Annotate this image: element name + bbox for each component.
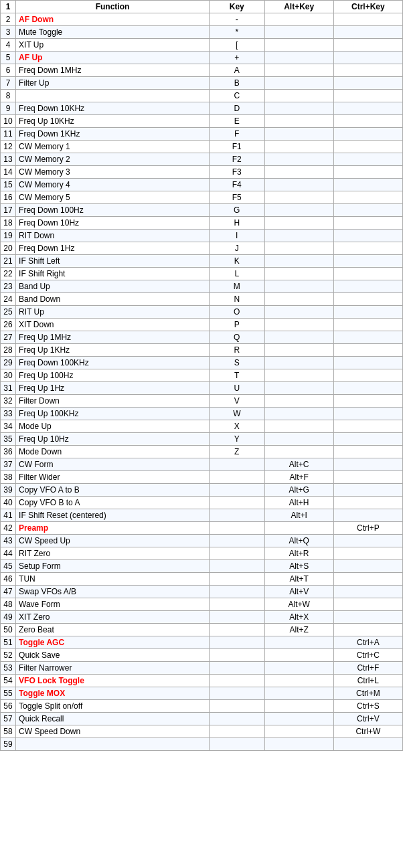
row-ctrl bbox=[333, 204, 402, 217]
row-function: Band Up bbox=[16, 280, 210, 293]
row-function: RIT Up bbox=[16, 306, 210, 319]
row-function: Mode Down bbox=[16, 446, 210, 458]
row-key: Z bbox=[210, 446, 265, 458]
row-alt bbox=[264, 217, 333, 230]
row-alt bbox=[264, 700, 333, 713]
row-num: 39 bbox=[1, 484, 16, 497]
row-function: Freq Up 1MHz bbox=[16, 331, 210, 344]
row-alt bbox=[264, 26, 333, 39]
row-function: CW Memory 4 bbox=[16, 179, 210, 191]
row-key bbox=[210, 598, 265, 611]
row-num: 10 bbox=[1, 115, 16, 128]
row-key bbox=[210, 662, 265, 675]
row-function: Freq Down 1MHz bbox=[16, 64, 210, 77]
row-alt bbox=[264, 179, 333, 191]
row-num: 15 bbox=[1, 179, 16, 191]
row-function: CW Memory 3 bbox=[16, 166, 210, 179]
row-ctrl bbox=[333, 191, 402, 204]
row-ctrl bbox=[333, 382, 402, 395]
row-alt: Alt+Q bbox=[264, 535, 333, 547]
row-ctrl bbox=[333, 179, 402, 191]
row-alt bbox=[264, 128, 333, 141]
row-ctrl: Ctrl+W bbox=[333, 725, 402, 738]
row-num: 11 bbox=[1, 128, 16, 141]
row-key bbox=[210, 484, 265, 497]
row-num: 55 bbox=[1, 687, 16, 700]
row-key bbox=[210, 497, 265, 509]
row-num: 26 bbox=[1, 319, 16, 331]
row-num: 50 bbox=[1, 624, 16, 636]
row-key: H bbox=[210, 217, 265, 230]
row-alt bbox=[264, 52, 333, 64]
row-num: 51 bbox=[1, 636, 16, 649]
row-key: - bbox=[210, 13, 265, 26]
row-num: 2 bbox=[1, 13, 16, 26]
row-function: CW Form bbox=[16, 458, 210, 471]
row-ctrl bbox=[333, 471, 402, 484]
row-num: 9 bbox=[1, 102, 16, 115]
row-num: 3 bbox=[1, 26, 16, 39]
row-key: K bbox=[210, 255, 265, 268]
row-function: IF Shift Reset (centered) bbox=[16, 509, 210, 522]
row-key: F2 bbox=[210, 153, 265, 166]
row-function: RIT Down bbox=[16, 230, 210, 242]
row-alt bbox=[264, 713, 333, 725]
row-ctrl bbox=[333, 102, 402, 115]
row-function: Freq Down 1KHz bbox=[16, 128, 210, 141]
row-ctrl bbox=[333, 586, 402, 598]
row-function: Toggle AGC bbox=[16, 636, 210, 649]
row-alt bbox=[264, 344, 333, 357]
row-alt bbox=[264, 166, 333, 179]
row-num: 24 bbox=[1, 293, 16, 306]
row-num: 8 bbox=[1, 90, 16, 102]
row-function bbox=[16, 738, 210, 751]
row-ctrl bbox=[333, 598, 402, 611]
row-alt bbox=[264, 306, 333, 319]
row-key bbox=[210, 687, 265, 700]
row-key bbox=[210, 624, 265, 636]
row-key bbox=[210, 522, 265, 535]
header-key: Key bbox=[210, 1, 265, 13]
row-num: 37 bbox=[1, 458, 16, 471]
row-ctrl bbox=[333, 319, 402, 331]
row-function: CW Memory 2 bbox=[16, 153, 210, 166]
row-alt bbox=[264, 280, 333, 293]
row-key: U bbox=[210, 382, 265, 395]
row-key bbox=[210, 700, 265, 713]
row-num: 44 bbox=[1, 547, 16, 560]
row-key: P bbox=[210, 319, 265, 331]
row-key: L bbox=[210, 268, 265, 280]
row-function: IF Shift Right bbox=[16, 268, 210, 280]
row-alt bbox=[264, 77, 333, 90]
row-ctrl bbox=[333, 153, 402, 166]
row-key bbox=[210, 471, 265, 484]
row-num: 31 bbox=[1, 382, 16, 395]
row-key bbox=[210, 636, 265, 649]
row-function: Mute Toggle bbox=[16, 26, 210, 39]
row-ctrl bbox=[333, 331, 402, 344]
row-key bbox=[210, 535, 265, 547]
row-num: 13 bbox=[1, 153, 16, 166]
row-ctrl bbox=[333, 573, 402, 586]
row-key: F bbox=[210, 128, 265, 141]
row-ctrl bbox=[333, 77, 402, 90]
row-ctrl bbox=[333, 115, 402, 128]
row-key bbox=[210, 586, 265, 598]
row-num: 18 bbox=[1, 217, 16, 230]
row-alt bbox=[264, 255, 333, 268]
row-function: Filter Narrower bbox=[16, 662, 210, 675]
row-function: Filter Wider bbox=[16, 471, 210, 484]
row-ctrl bbox=[333, 141, 402, 153]
row-alt bbox=[264, 649, 333, 662]
row-function: Filter Down bbox=[16, 395, 210, 408]
row-key: D bbox=[210, 102, 265, 115]
row-num: 27 bbox=[1, 331, 16, 344]
row-function: CW Memory 5 bbox=[16, 191, 210, 204]
row-function: Toggle MOX bbox=[16, 687, 210, 700]
row-key: F3 bbox=[210, 166, 265, 179]
row-function: Zero Beat bbox=[16, 624, 210, 636]
row-function: Freq Down 1Hz bbox=[16, 242, 210, 255]
row-function: Band Down bbox=[16, 293, 210, 306]
row-ctrl: Ctrl+P bbox=[333, 522, 402, 535]
header-alt: Alt+Key bbox=[264, 1, 333, 13]
